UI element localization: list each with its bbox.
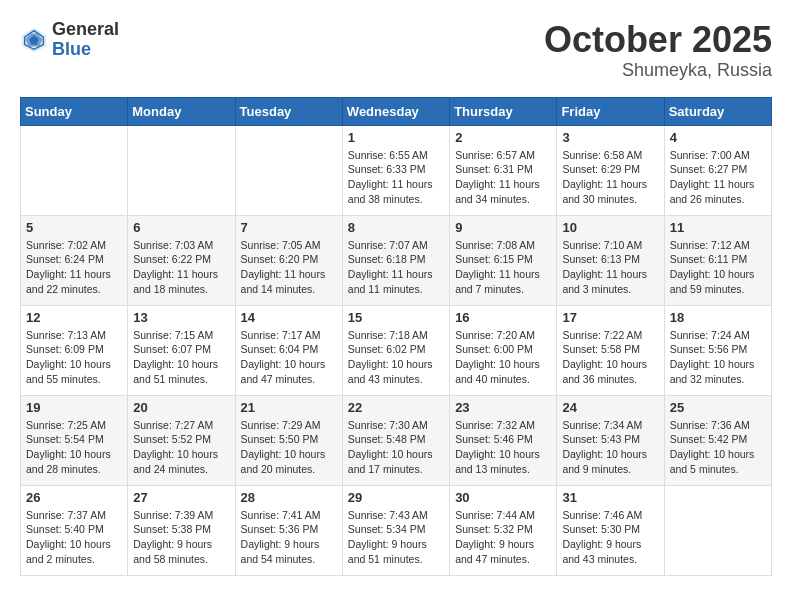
day-cell: 22Sunrise: 7:30 AM Sunset: 5:48 PM Dayli… bbox=[342, 395, 449, 485]
day-cell bbox=[664, 485, 771, 575]
day-cell: 25Sunrise: 7:36 AM Sunset: 5:42 PM Dayli… bbox=[664, 395, 771, 485]
day-number: 21 bbox=[241, 400, 337, 415]
day-info: Sunrise: 7:18 AM Sunset: 6:02 PM Dayligh… bbox=[348, 328, 444, 387]
day-cell: 10Sunrise: 7:10 AM Sunset: 6:13 PM Dayli… bbox=[557, 215, 664, 305]
day-cell: 24Sunrise: 7:34 AM Sunset: 5:43 PM Dayli… bbox=[557, 395, 664, 485]
day-info: Sunrise: 7:43 AM Sunset: 5:34 PM Dayligh… bbox=[348, 508, 444, 567]
day-cell: 13Sunrise: 7:15 AM Sunset: 6:07 PM Dayli… bbox=[128, 305, 235, 395]
day-cell: 20Sunrise: 7:27 AM Sunset: 5:52 PM Dayli… bbox=[128, 395, 235, 485]
day-cell: 31Sunrise: 7:46 AM Sunset: 5:30 PM Dayli… bbox=[557, 485, 664, 575]
day-number: 19 bbox=[26, 400, 122, 415]
header-monday: Monday bbox=[128, 97, 235, 125]
day-number: 1 bbox=[348, 130, 444, 145]
day-number: 18 bbox=[670, 310, 766, 325]
day-cell: 29Sunrise: 7:43 AM Sunset: 5:34 PM Dayli… bbox=[342, 485, 449, 575]
day-cell: 30Sunrise: 7:44 AM Sunset: 5:32 PM Dayli… bbox=[450, 485, 557, 575]
day-info: Sunrise: 7:39 AM Sunset: 5:38 PM Dayligh… bbox=[133, 508, 229, 567]
day-number: 8 bbox=[348, 220, 444, 235]
day-info: Sunrise: 7:17 AM Sunset: 6:04 PM Dayligh… bbox=[241, 328, 337, 387]
day-info: Sunrise: 7:13 AM Sunset: 6:09 PM Dayligh… bbox=[26, 328, 122, 387]
day-cell: 6Sunrise: 7:03 AM Sunset: 6:22 PM Daylig… bbox=[128, 215, 235, 305]
day-info: Sunrise: 7:10 AM Sunset: 6:13 PM Dayligh… bbox=[562, 238, 658, 297]
logo-general: General bbox=[52, 20, 119, 40]
day-cell: 2Sunrise: 6:57 AM Sunset: 6:31 PM Daylig… bbox=[450, 125, 557, 215]
day-number: 2 bbox=[455, 130, 551, 145]
day-cell: 18Sunrise: 7:24 AM Sunset: 5:56 PM Dayli… bbox=[664, 305, 771, 395]
day-cell bbox=[21, 125, 128, 215]
day-number: 28 bbox=[241, 490, 337, 505]
day-number: 10 bbox=[562, 220, 658, 235]
calendar-table: SundayMondayTuesdayWednesdayThursdayFrid… bbox=[20, 97, 772, 576]
day-number: 5 bbox=[26, 220, 122, 235]
header-friday: Friday bbox=[557, 97, 664, 125]
day-info: Sunrise: 7:27 AM Sunset: 5:52 PM Dayligh… bbox=[133, 418, 229, 477]
day-info: Sunrise: 7:05 AM Sunset: 6:20 PM Dayligh… bbox=[241, 238, 337, 297]
day-info: Sunrise: 7:15 AM Sunset: 6:07 PM Dayligh… bbox=[133, 328, 229, 387]
day-number: 11 bbox=[670, 220, 766, 235]
day-number: 12 bbox=[26, 310, 122, 325]
day-number: 14 bbox=[241, 310, 337, 325]
day-info: Sunrise: 7:36 AM Sunset: 5:42 PM Dayligh… bbox=[670, 418, 766, 477]
location: Shumeyka, Russia bbox=[544, 60, 772, 81]
day-cell: 21Sunrise: 7:29 AM Sunset: 5:50 PM Dayli… bbox=[235, 395, 342, 485]
day-info: Sunrise: 7:22 AM Sunset: 5:58 PM Dayligh… bbox=[562, 328, 658, 387]
day-info: Sunrise: 7:34 AM Sunset: 5:43 PM Dayligh… bbox=[562, 418, 658, 477]
logo-text: General Blue bbox=[52, 20, 119, 60]
page-header: General Blue October 2025 Shumeyka, Russ… bbox=[20, 20, 772, 81]
week-row-5: 26Sunrise: 7:37 AM Sunset: 5:40 PM Dayli… bbox=[21, 485, 772, 575]
day-cell: 12Sunrise: 7:13 AM Sunset: 6:09 PM Dayli… bbox=[21, 305, 128, 395]
day-number: 23 bbox=[455, 400, 551, 415]
day-number: 26 bbox=[26, 490, 122, 505]
logo-blue: Blue bbox=[52, 40, 119, 60]
day-number: 13 bbox=[133, 310, 229, 325]
day-cell: 19Sunrise: 7:25 AM Sunset: 5:54 PM Dayli… bbox=[21, 395, 128, 485]
day-info: Sunrise: 7:25 AM Sunset: 5:54 PM Dayligh… bbox=[26, 418, 122, 477]
header-thursday: Thursday bbox=[450, 97, 557, 125]
day-info: Sunrise: 7:12 AM Sunset: 6:11 PM Dayligh… bbox=[670, 238, 766, 297]
day-cell: 17Sunrise: 7:22 AM Sunset: 5:58 PM Dayli… bbox=[557, 305, 664, 395]
day-info: Sunrise: 6:55 AM Sunset: 6:33 PM Dayligh… bbox=[348, 148, 444, 207]
logo: General Blue bbox=[20, 20, 119, 60]
day-cell: 15Sunrise: 7:18 AM Sunset: 6:02 PM Dayli… bbox=[342, 305, 449, 395]
day-cell bbox=[128, 125, 235, 215]
day-info: Sunrise: 7:46 AM Sunset: 5:30 PM Dayligh… bbox=[562, 508, 658, 567]
day-cell: 16Sunrise: 7:20 AM Sunset: 6:00 PM Dayli… bbox=[450, 305, 557, 395]
day-info: Sunrise: 6:58 AM Sunset: 6:29 PM Dayligh… bbox=[562, 148, 658, 207]
day-info: Sunrise: 7:03 AM Sunset: 6:22 PM Dayligh… bbox=[133, 238, 229, 297]
week-row-3: 12Sunrise: 7:13 AM Sunset: 6:09 PM Dayli… bbox=[21, 305, 772, 395]
day-info: Sunrise: 7:07 AM Sunset: 6:18 PM Dayligh… bbox=[348, 238, 444, 297]
day-cell: 11Sunrise: 7:12 AM Sunset: 6:11 PM Dayli… bbox=[664, 215, 771, 305]
day-cell: 1Sunrise: 6:55 AM Sunset: 6:33 PM Daylig… bbox=[342, 125, 449, 215]
day-number: 20 bbox=[133, 400, 229, 415]
day-number: 31 bbox=[562, 490, 658, 505]
calendar-header-row: SundayMondayTuesdayWednesdayThursdayFrid… bbox=[21, 97, 772, 125]
day-number: 6 bbox=[133, 220, 229, 235]
day-info: Sunrise: 7:29 AM Sunset: 5:50 PM Dayligh… bbox=[241, 418, 337, 477]
day-info: Sunrise: 7:37 AM Sunset: 5:40 PM Dayligh… bbox=[26, 508, 122, 567]
day-cell: 23Sunrise: 7:32 AM Sunset: 5:46 PM Dayli… bbox=[450, 395, 557, 485]
week-row-4: 19Sunrise: 7:25 AM Sunset: 5:54 PM Dayli… bbox=[21, 395, 772, 485]
day-info: Sunrise: 7:00 AM Sunset: 6:27 PM Dayligh… bbox=[670, 148, 766, 207]
header-saturday: Saturday bbox=[664, 97, 771, 125]
day-info: Sunrise: 7:20 AM Sunset: 6:00 PM Dayligh… bbox=[455, 328, 551, 387]
day-info: Sunrise: 7:08 AM Sunset: 6:15 PM Dayligh… bbox=[455, 238, 551, 297]
day-number: 15 bbox=[348, 310, 444, 325]
day-number: 25 bbox=[670, 400, 766, 415]
day-info: Sunrise: 7:02 AM Sunset: 6:24 PM Dayligh… bbox=[26, 238, 122, 297]
header-sunday: Sunday bbox=[21, 97, 128, 125]
week-row-1: 1Sunrise: 6:55 AM Sunset: 6:33 PM Daylig… bbox=[21, 125, 772, 215]
day-number: 27 bbox=[133, 490, 229, 505]
week-row-2: 5Sunrise: 7:02 AM Sunset: 6:24 PM Daylig… bbox=[21, 215, 772, 305]
logo-icon bbox=[20, 26, 48, 54]
day-number: 16 bbox=[455, 310, 551, 325]
day-info: Sunrise: 7:24 AM Sunset: 5:56 PM Dayligh… bbox=[670, 328, 766, 387]
day-number: 9 bbox=[455, 220, 551, 235]
day-number: 4 bbox=[670, 130, 766, 145]
day-number: 7 bbox=[241, 220, 337, 235]
day-cell: 8Sunrise: 7:07 AM Sunset: 6:18 PM Daylig… bbox=[342, 215, 449, 305]
header-tuesday: Tuesday bbox=[235, 97, 342, 125]
day-number: 29 bbox=[348, 490, 444, 505]
day-info: Sunrise: 7:44 AM Sunset: 5:32 PM Dayligh… bbox=[455, 508, 551, 567]
day-number: 22 bbox=[348, 400, 444, 415]
day-info: Sunrise: 7:32 AM Sunset: 5:46 PM Dayligh… bbox=[455, 418, 551, 477]
